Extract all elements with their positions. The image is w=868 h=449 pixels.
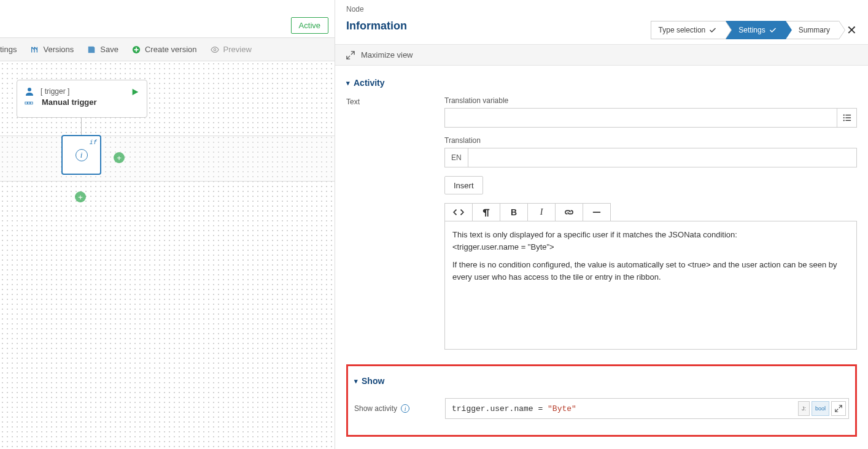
if-node[interactable]: if i <box>61 135 101 175</box>
list-picker-btn[interactable] <box>837 108 857 128</box>
settings-tab[interactable]: tings <box>0 45 17 54</box>
play-icon[interactable] <box>131 88 139 96</box>
bold-btn[interactable]: B <box>500 203 528 221</box>
link-btn[interactable] <box>555 203 583 221</box>
code-btn[interactable] <box>444 203 473 221</box>
check-icon <box>769 26 777 34</box>
settings-label: tings <box>0 45 17 54</box>
paragraph-icon <box>482 208 490 217</box>
show-section-highlight: ▾ Show Show activity i trigger.user.name… <box>346 364 857 437</box>
code-str: "Byte" <box>548 404 576 413</box>
plus-circle-icon <box>132 45 141 54</box>
show-activity-label: Show activity <box>354 404 397 413</box>
expand-icon <box>835 405 842 412</box>
trigger-title: Manual trigger <box>42 98 139 107</box>
canvas-band <box>0 136 335 182</box>
svg-point-1 <box>214 48 216 51</box>
bold-icon: B <box>511 207 517 217</box>
user-icon <box>25 86 34 96</box>
svg-rect-12 <box>593 212 600 213</box>
maximize-bar[interactable]: Maximize view <box>335 44 868 66</box>
versions-btn[interactable]: Versions <box>30 45 74 54</box>
activity-header-label: Activity <box>354 78 385 88</box>
add-bottom-btn[interactable]: + <box>75 191 86 202</box>
svg-rect-7 <box>845 115 851 115</box>
check-icon <box>709 26 716 34</box>
rte-content[interactable]: This text is only displayed for a specif… <box>444 221 857 350</box>
connector-line <box>81 118 82 135</box>
wizard-summary[interactable]: Summary <box>786 21 839 39</box>
wizard-type-selection[interactable]: Type selection <box>651 21 726 39</box>
translation-input[interactable] <box>468 148 857 167</box>
rte-p2: <trigger.user.name = "Byte"> <box>452 242 554 251</box>
chevron-down-icon: ▾ <box>346 79 350 87</box>
activity-section: ▾ Activity Text Translation variable T <box>346 78 857 350</box>
versions-label: Versions <box>43 45 74 54</box>
maximize-icon <box>346 51 355 59</box>
wizard-type-label: Type selection <box>659 26 706 34</box>
svg-rect-4 <box>28 102 30 104</box>
svg-point-10 <box>843 120 844 121</box>
svg-rect-5 <box>31 102 33 104</box>
maximize-label: Maximize view <box>361 50 413 59</box>
show-header-label: Show <box>362 376 384 386</box>
eye-icon <box>211 45 219 54</box>
wizard-settings-label: Settings <box>738 26 765 34</box>
show-header[interactable]: ▾ Show <box>354 376 849 386</box>
chevron-down-icon: ▾ <box>354 377 358 385</box>
info-icon: i <box>76 149 88 161</box>
left-toolbar: tings Versions Save Create version Previ… <box>0 38 335 61</box>
italic-btn[interactable]: I <box>527 203 556 221</box>
translation-var-label: Translation variable <box>444 96 857 105</box>
lang-badge: EN <box>444 148 468 167</box>
preview-label: Preview <box>223 45 252 54</box>
svg-rect-9 <box>845 117 851 118</box>
page-title: Information <box>346 20 407 33</box>
translation-var-input[interactable] <box>444 108 837 128</box>
active-badge: Active <box>291 17 328 34</box>
paragraph-btn[interactable] <box>472 203 500 221</box>
node-label: Node <box>346 5 407 13</box>
j-mode-btn[interactable]: J: <box>798 401 810 416</box>
canvas-area[interactable]: [ trigger ] Manual trigger if i + + <box>0 61 335 449</box>
blocks-icon <box>25 99 33 107</box>
italic-icon: I <box>540 207 543 217</box>
svg-point-2 <box>28 88 31 91</box>
rte-toolbar: B I <box>444 203 857 221</box>
svg-point-8 <box>843 117 844 118</box>
wizard-steps: Type selection Settings Summary <box>651 21 839 39</box>
activity-header[interactable]: ▾ Activity <box>346 78 857 88</box>
bool-mode-btn[interactable]: bool <box>812 401 829 416</box>
trigger-node[interactable]: [ trigger ] Manual trigger <box>17 80 147 118</box>
save-btn[interactable]: Save <box>87 45 118 54</box>
code-path: trigger.user.name <box>452 404 533 413</box>
close-button[interactable]: ✕ <box>847 23 857 37</box>
rte-p3: If there is no condition configured, the… <box>452 259 849 283</box>
text-label: Text <box>346 96 432 106</box>
svg-rect-3 <box>25 102 28 104</box>
list-icon <box>843 113 851 122</box>
expand-btn[interactable] <box>831 401 846 416</box>
if-node-label: if <box>89 139 96 145</box>
code-input-wrap[interactable]: trigger.user.name = "Byte" J: bool <box>445 398 849 419</box>
create-version-btn[interactable]: Create version <box>132 45 197 54</box>
right-header: Node Information Type selection Settings… <box>335 0 868 39</box>
left-panel: Active tings Versions Save Create versio… <box>0 0 335 449</box>
svg-rect-11 <box>845 120 851 121</box>
info-icon[interactable]: i <box>401 404 409 413</box>
add-right-btn[interactable]: + <box>114 152 125 163</box>
preview-btn[interactable]: Preview <box>211 45 252 54</box>
code-icon <box>453 208 464 217</box>
trigger-label: [ trigger ] <box>41 87 69 96</box>
minus-icon <box>592 208 602 217</box>
code-op: = <box>533 404 548 413</box>
save-label: Save <box>100 45 118 54</box>
insert-button[interactable]: Insert <box>444 176 483 194</box>
code-input[interactable]: trigger.user.name = "Byte" <box>446 404 796 413</box>
right-body: ▾ Activity Text Translation variable T <box>335 66 868 449</box>
svg-point-6 <box>843 115 844 116</box>
wizard-settings[interactable]: Settings <box>726 21 785 39</box>
save-icon <box>87 45 96 54</box>
versions-icon <box>30 45 39 54</box>
hr-btn[interactable] <box>583 203 611 221</box>
